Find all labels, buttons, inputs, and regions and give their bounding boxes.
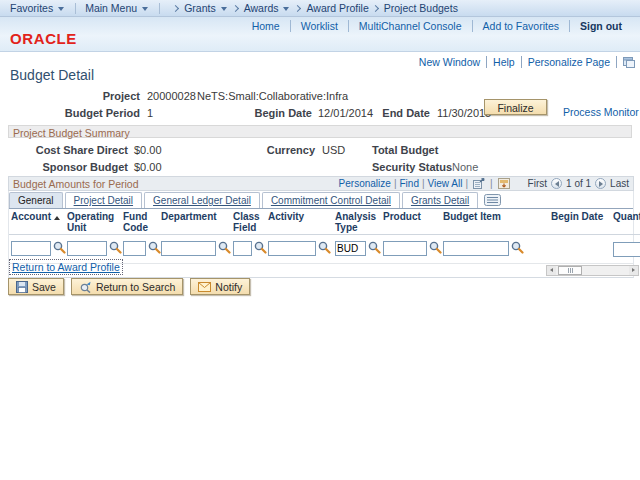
department-lookup-icon[interactable] xyxy=(218,240,231,258)
http-window-icon[interactable] xyxy=(623,57,635,68)
breadcrumb-awards[interactable]: Awards xyxy=(229,2,292,14)
breadcrumb-favorites[interactable]: Favorites xyxy=(10,2,66,14)
tab-commitment-control-detail[interactable]: Commitment Control Detail xyxy=(262,192,400,208)
budget-rows-table: Account Operating Unit Fund Code Departm… xyxy=(9,209,640,263)
currency-label: Currency xyxy=(240,144,315,156)
dropdown-arrow-icon xyxy=(142,7,148,11)
department-input[interactable] xyxy=(161,241,216,256)
currency-value: USD xyxy=(322,144,345,156)
scroll-left-icon[interactable] xyxy=(547,266,556,275)
section-title: Project Budget Summary xyxy=(13,127,130,139)
dropdown-arrow-icon xyxy=(283,7,289,11)
notify-button[interactable]: Notify xyxy=(190,278,250,295)
zoom-grid-popup-icon[interactable] xyxy=(473,178,485,189)
column-header-begin-date[interactable]: Begin Date xyxy=(549,209,611,235)
operating-unit-input[interactable] xyxy=(67,241,107,256)
tab-general[interactable]: General xyxy=(9,192,63,208)
next-row-icon[interactable] xyxy=(595,178,606,189)
column-label: Fund Code xyxy=(123,211,148,233)
personalize-link[interactable]: Personalize xyxy=(339,178,391,189)
budget-item-input[interactable] xyxy=(443,241,509,256)
breadcrumb-label: Award Profile xyxy=(306,2,368,14)
help-link[interactable]: Help xyxy=(487,56,522,68)
operating-unit-lookup-icon[interactable] xyxy=(109,240,122,258)
home-link[interactable]: Home xyxy=(242,20,291,32)
pagination-last-link[interactable]: Last xyxy=(610,178,629,189)
account-lookup-icon[interactable] xyxy=(53,240,66,258)
scroll-right-icon[interactable] xyxy=(629,266,638,275)
column-header-account[interactable]: Account xyxy=(9,209,65,235)
analysis-type-input[interactable] xyxy=(335,241,366,256)
class-field-input[interactable] xyxy=(233,241,252,256)
dropdown-arrow-icon xyxy=(58,7,64,11)
process-monitor-link[interactable]: Process Monitor xyxy=(563,106,639,118)
chevron-right-icon xyxy=(294,4,301,11)
notify-icon xyxy=(198,282,211,292)
breadcrumb-grants[interactable]: Grants xyxy=(169,2,229,14)
activity-lookup-icon[interactable] xyxy=(318,240,331,258)
pagination-position: 1 of 1 xyxy=(566,178,591,189)
toolbar-separator: | xyxy=(490,178,493,189)
column-header-fund-code[interactable]: Fund Code xyxy=(121,209,159,235)
toolbar: Save Return to Search Notify xyxy=(8,278,250,295)
budget-item-lookup-icon[interactable] xyxy=(511,240,524,258)
fund-code-input[interactable] xyxy=(123,241,146,256)
account-input[interactable] xyxy=(11,241,51,256)
grid-pagination: First 1 of 1 Last xyxy=(528,178,629,189)
breadcrumb-label: Favorites xyxy=(10,2,53,14)
grid-column-header-row: Account Operating Unit Fund Code Departm… xyxy=(9,209,640,235)
budget-period-label: Budget Period xyxy=(0,107,140,119)
new-window-link[interactable]: New Window xyxy=(413,56,487,68)
scrollbar-thumb[interactable] xyxy=(558,266,582,275)
column-header-quantity[interactable]: Quantity xyxy=(611,209,640,235)
find-link[interactable]: Find xyxy=(399,178,418,189)
tab-project-detail[interactable]: Project Detail xyxy=(65,192,142,208)
breadcrumb-award-profile[interactable]: Award Profile xyxy=(291,2,368,14)
class-field-lookup-icon[interactable] xyxy=(254,240,267,258)
tab-general-ledger-detail[interactable]: General Ledger Detail xyxy=(144,192,260,208)
project-value: 20000028 xyxy=(147,90,196,102)
product-lookup-icon[interactable] xyxy=(429,240,442,258)
analysis-type-lookup-icon[interactable] xyxy=(368,240,381,258)
column-header-budget-item[interactable]: Budget Item xyxy=(441,209,549,235)
quantity-input[interactable] xyxy=(613,242,640,257)
column-header-activity[interactable]: Activity xyxy=(266,209,333,235)
tab-label: General xyxy=(18,195,54,206)
sign-out-link[interactable]: Sign out xyxy=(570,20,632,32)
pagination-first-link[interactable]: First xyxy=(528,178,547,189)
show-all-columns-icon[interactable] xyxy=(484,194,501,206)
begin-date-cell xyxy=(549,235,611,263)
download-to-excel-icon[interactable] xyxy=(498,178,510,189)
horizontal-scrollbar[interactable] xyxy=(546,265,639,276)
multichannel-console-link[interactable]: MultiChannel Console xyxy=(349,20,473,32)
column-header-product[interactable]: Product xyxy=(381,209,441,235)
chevron-right-icon xyxy=(372,4,379,11)
column-label: Begin Date xyxy=(551,211,603,222)
previous-row-icon[interactable] xyxy=(551,178,562,189)
grid-header-bar: Budget Amounts for Period Personalize | … xyxy=(8,176,634,191)
column-header-department[interactable]: Department xyxy=(159,209,231,235)
breadcrumb-main-menu[interactable]: Main Menu xyxy=(85,2,150,14)
cost-share-direct-value: $0.00 xyxy=(134,144,162,156)
view-all-link[interactable]: View All xyxy=(428,178,463,189)
return-to-award-profile-link[interactable]: Return to Award Profile xyxy=(10,260,122,274)
column-header-class-field[interactable]: Class Field xyxy=(231,209,266,235)
finalize-button[interactable]: Finalize xyxy=(484,99,547,115)
breadcrumb-label: Main Menu xyxy=(85,2,137,14)
fund-code-lookup-icon[interactable] xyxy=(148,240,161,258)
column-header-analysis-type[interactable]: Analysis Type xyxy=(333,209,381,235)
add-to-favorites-link[interactable]: Add to Favorites xyxy=(473,20,570,32)
tab-grants-detail[interactable]: Grants Detail xyxy=(402,192,478,208)
tab-label: Project Detail xyxy=(74,195,133,206)
personalize-page-link[interactable]: Personalize Page xyxy=(522,56,617,68)
column-label: Class Field xyxy=(233,211,260,233)
return-to-search-button[interactable]: Return to Search xyxy=(71,278,183,295)
product-input[interactable] xyxy=(383,241,427,256)
chevron-right-icon xyxy=(232,4,239,11)
column-label: Activity xyxy=(268,211,304,222)
save-button[interactable]: Save xyxy=(8,278,64,295)
worklist-link[interactable]: Worklist xyxy=(291,20,349,32)
column-header-operating-unit[interactable]: Operating Unit xyxy=(65,209,121,235)
breadcrumb-project-budgets[interactable]: Project Budgets xyxy=(369,2,458,14)
activity-input[interactable] xyxy=(268,241,316,256)
